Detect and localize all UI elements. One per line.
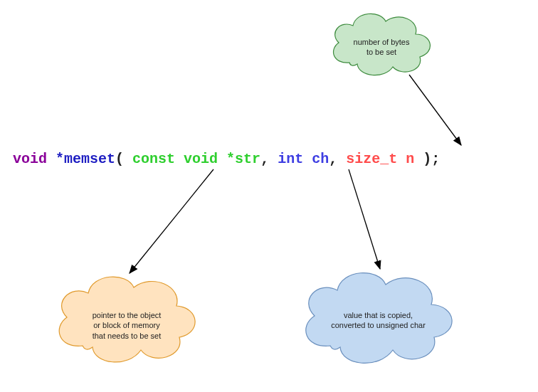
arrow-ch-to-value	[349, 169, 380, 269]
arrow-str-to-pointer	[130, 169, 213, 273]
arrows-layer	[0, 0, 538, 392]
arrow-bytes-to-n	[409, 75, 461, 145]
